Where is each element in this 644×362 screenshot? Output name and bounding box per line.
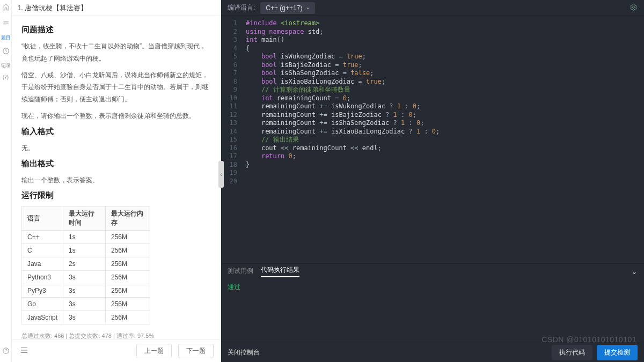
table-row: Java2s256M	[22, 257, 150, 271]
editor-panel: 编译语言: C++ (g++17) 1234567891011121314151…	[221, 0, 644, 362]
code-editor[interactable]: 1234567891011121314151617181920 #include…	[221, 16, 644, 263]
input-p: 无。	[21, 142, 211, 154]
next-button[interactable]: 下一题	[178, 344, 214, 358]
list-toggle-icon[interactable]	[19, 345, 29, 357]
tab-exec-result[interactable]: 代码执行结果	[261, 265, 299, 277]
problem-titlebar: 1. 唐僧玩梗【算法赛】	[12, 0, 221, 16]
run-button[interactable]: 执行代码	[552, 345, 592, 360]
desc-heading: 问题描述	[21, 25, 211, 35]
result-tabbar: 测试用例 代码执行结果 ⌄	[221, 263, 644, 278]
prev-button[interactable]: 上一题	[136, 344, 172, 358]
rail-history-label: 记录	[1, 63, 11, 69]
result-status: 通过	[228, 283, 240, 291]
desc-p2: 悟空、八戒、沙僧、小白龙听闻后，误将此当作师傅新立的规矩，于是纷纷开始查验自身是…	[21, 69, 211, 106]
limits-col: 语言	[22, 206, 63, 231]
close-console[interactable]: 关闭控制台	[228, 348, 260, 357]
input-heading: 输入格式	[21, 127, 211, 137]
desc-p3: 现在，请你输出一个整数，表示唐僧剩余徒弟和坐骑的总数。	[21, 110, 211, 122]
problems-icon[interactable]	[2, 19, 10, 29]
submit-button[interactable]: 提交检测	[597, 345, 638, 360]
problem-body: 问题描述 “收徒，收坐骑，不收十二生肖以外的动物”。当唐僧穿越到现代，竟也玩起了…	[12, 16, 221, 339]
table-row: Go3s256M	[22, 298, 150, 311]
history-icon[interactable]	[2, 47, 10, 57]
limit-heading: 运行限制	[21, 190, 211, 201]
problem-panel: 1. 唐僧玩梗【算法赛】 问题描述 “收徒，收坐骑，不收十二生肖以外的动物”。当…	[12, 0, 221, 362]
bottom-bar: 关闭控制台 执行代码 提交检测	[221, 343, 644, 362]
table-row: Python33s256M	[22, 271, 150, 284]
limits-col: 最大运行时间	[63, 206, 106, 231]
home-icon[interactable]	[2, 3, 10, 13]
left-rail: 题目 记录 (7)	[0, 0, 12, 362]
table-row: C1s256M	[22, 244, 150, 257]
rail-history-count: (7)	[3, 75, 9, 80]
lang-label: 编译语言:	[228, 3, 255, 12]
stats-line: 总通过次数: 466 | 总提交次数: 478 | 通过率: 97.5%	[21, 332, 211, 339]
split-handle[interactable]	[218, 161, 224, 188]
settings-icon[interactable]	[630, 3, 638, 13]
problem-title: 1. 唐僧玩梗【算法赛】	[17, 3, 87, 13]
output-p: 输出一个整数，表示答案。	[21, 174, 211, 187]
table-row: PyPy33s256M	[22, 284, 150, 298]
language-select[interactable]: C++ (g++17)	[260, 2, 315, 14]
table-row: JavaScript3s256M	[22, 311, 150, 324]
problem-footer: 上一题 下一题	[12, 339, 221, 362]
tab-testcases[interactable]: 测试用例	[228, 267, 253, 276]
table-row: C++1s256M	[22, 231, 150, 244]
collapse-results-icon[interactable]: ⌄	[631, 267, 638, 276]
result-body: 通过	[221, 278, 644, 343]
desc-p1: “收徒，收坐骑，不收十二生肖以外的动物”。当唐僧穿越到现代，竟也玩起了网络游戏中…	[21, 40, 211, 65]
limits-col: 最大运行内存	[105, 206, 150, 231]
limits-table: 语言最大运行时间最大运行内存 C++1s256MC1s256MJava2s256…	[21, 206, 150, 324]
rail-problems-label: 题目	[1, 35, 11, 41]
svg-point-2	[633, 6, 635, 8]
help-icon[interactable]	[2, 347, 10, 357]
output-heading: 输出格式	[21, 159, 211, 169]
editor-header: 编译语言: C++ (g++17)	[221, 0, 644, 16]
